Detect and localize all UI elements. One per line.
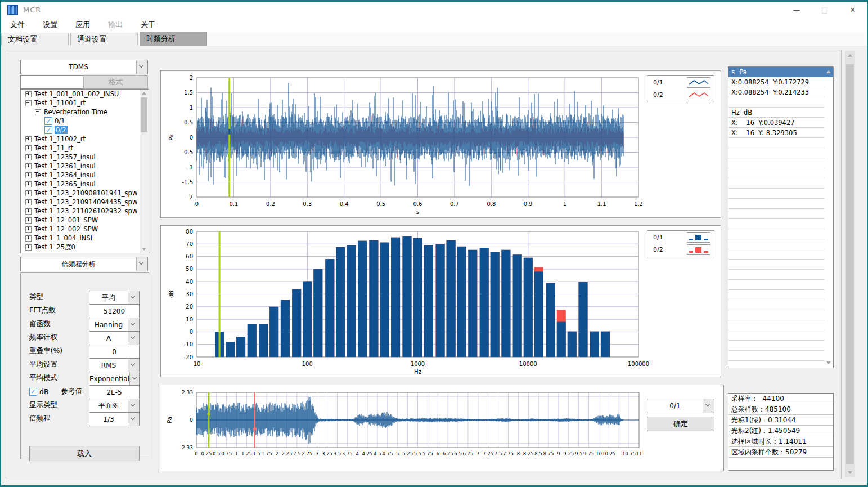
confirm-button[interactable]: 确定: [647, 417, 714, 431]
page-scrollbar[interactable]: [845, 51, 855, 477]
cursor-list-row[interactable]: [728, 229, 824, 239]
scroll-down-icon[interactable]: [142, 248, 146, 251]
page-scroll-thumb[interactable]: [846, 64, 854, 464]
octave-bar[interactable]: [281, 300, 290, 358]
file-format-combo-arrow[interactable]: [136, 60, 147, 74]
scroll-up-icon[interactable]: [826, 70, 831, 73]
octave-bar[interactable]: [347, 245, 356, 358]
cursor-list-row[interactable]: [728, 341, 824, 351]
scroll-up-icon[interactable]: [848, 54, 852, 57]
cursor-list-row[interactable]: [728, 219, 824, 229]
overview-plot[interactable]: 00.250.50.7511.251.51.7522.252.52.7533.2…: [160, 385, 722, 470]
tree-item[interactable]: Test 1_12361_insul: [21, 162, 149, 171]
octave-bar[interactable]: [534, 271, 543, 357]
octave-bar[interactable]: [413, 238, 422, 357]
expand-icon[interactable]: [25, 235, 32, 242]
cursor-list-row[interactable]: X:0.088254 Y:0.172729: [728, 77, 824, 87]
cursor-list-row[interactable]: [728, 209, 824, 219]
octave-bar[interactable]: [491, 252, 500, 357]
maximize-button[interactable]: □: [811, 2, 839, 17]
field-select-arrow[interactable]: [128, 318, 139, 331]
octave-bar[interactable]: [259, 324, 268, 357]
cursor-list-row[interactable]: [728, 249, 824, 260]
octave-bar[interactable]: [236, 337, 245, 357]
scroll-down-icon[interactable]: [826, 361, 831, 364]
expand-icon[interactable]: [25, 199, 32, 205]
menu-item-4[interactable]: 输出: [99, 20, 132, 30]
expand-icon[interactable]: [25, 190, 32, 196]
scroll-down-icon[interactable]: [848, 471, 852, 474]
octave-bar[interactable]: [226, 342, 235, 357]
tree-item[interactable]: Test 1_11002_rt: [21, 135, 149, 144]
octave-bar[interactable]: [590, 332, 599, 357]
tree-item[interactable]: ✓0/1: [21, 117, 149, 126]
tree-scrollbar[interactable]: [140, 90, 149, 253]
field-select-arrow[interactable]: [128, 332, 139, 345]
legend-entry[interactable]: 0/2: [647, 88, 714, 101]
cursor-list-row[interactable]: [728, 97, 824, 108]
cursor-list-row[interactable]: [728, 300, 824, 310]
octave-bar[interactable]: [579, 282, 588, 357]
tree-item[interactable]: Test 1_12_002_SPW: [21, 225, 149, 234]
collapse-icon[interactable]: [25, 100, 32, 106]
db-checkbox[interactable]: ✓: [29, 388, 37, 396]
channel-combo[interactable]: 0/1: [647, 399, 714, 413]
field-select-7[interactable]: Exponential: [89, 372, 140, 386]
cursor-list-row[interactable]: [728, 270, 824, 280]
octave-bar[interactable]: [303, 282, 312, 358]
cursor-list-row[interactable]: [728, 280, 824, 290]
cursor-list-row[interactable]: X: 16 Y:0.039427: [728, 118, 824, 128]
octave-bar[interactable]: [391, 238, 400, 357]
cursor-list-row[interactable]: [728, 361, 824, 368]
octave-plot[interactable]: 1010010001000010000080706050403020100-10…: [161, 226, 719, 376]
octave-bar[interactable]: [513, 254, 522, 357]
menu-item-3[interactable]: 应用: [66, 20, 99, 30]
expand-icon[interactable]: [25, 217, 32, 224]
tree-item[interactable]: Test 1_12364_insul: [21, 171, 149, 180]
tree-item[interactable]: Test 1_12_001_SPW: [21, 216, 149, 225]
expand-icon[interactable]: [25, 91, 32, 97]
field-input-8[interactable]: 2E-5: [89, 385, 140, 399]
collapse-icon[interactable]: [35, 109, 41, 115]
tab-1[interactable]: 文档设置: [1, 33, 69, 46]
cursor-list-row[interactable]: X: 16 Y:-8.329305: [728, 128, 824, 138]
cursor-list-row[interactable]: [728, 148, 824, 158]
octave-bar[interactable]: [501, 250, 510, 357]
filter-input[interactable]: [20, 75, 84, 89]
field-select-arrow[interactable]: [128, 413, 139, 426]
octave-bar[interactable]: [424, 245, 433, 358]
tree-item[interactable]: Test 1_001_001_002_INSU: [21, 90, 149, 99]
cursor-list-row[interactable]: Hz dB: [728, 108, 824, 118]
octave-bar[interactable]: [292, 289, 301, 357]
cursor-list-row[interactable]: [728, 310, 824, 320]
load-button[interactable]: 载入: [29, 446, 140, 461]
octave-bar[interactable]: [546, 283, 555, 357]
octave-bar[interactable]: [568, 332, 577, 357]
field-select-arrow[interactable]: [128, 291, 139, 304]
expand-icon[interactable]: [25, 172, 32, 178]
octave-bar[interactable]: [436, 244, 445, 357]
octave-bar[interactable]: [336, 247, 345, 357]
tree-item[interactable]: Test 1_123_211026102932_spw: [21, 207, 149, 216]
cursor-list-row[interactable]: [728, 239, 824, 249]
octave-bar[interactable]: [524, 258, 533, 357]
octave-bar[interactable]: [457, 247, 466, 357]
octave-bar[interactable]: [269, 307, 278, 357]
tree-item[interactable]: Reverberation Time: [21, 108, 149, 117]
cursor-list-row[interactable]: [728, 330, 824, 341]
expand-icon[interactable]: [25, 145, 32, 151]
expand-icon[interactable]: [25, 154, 32, 160]
tree-item[interactable]: Test 1_123_210914094435_spw: [21, 198, 149, 207]
channel-combo-arrow[interactable]: [703, 399, 714, 413]
analysis-type-combo-arrow[interactable]: [136, 257, 147, 271]
legend-entry[interactable]: 0/1: [647, 76, 714, 88]
menu-item-2[interactable]: 设置: [34, 20, 66, 30]
octave-bar[interactable]: [248, 324, 257, 357]
expand-icon[interactable]: [25, 136, 32, 142]
close-button[interactable]: ✕: [839, 2, 867, 17]
tree-item[interactable]: Test 1_1_004_INSI: [21, 234, 149, 243]
octave-bar[interactable]: [403, 236, 412, 357]
field-select-10[interactable]: 1/3: [89, 412, 140, 426]
octave-bar[interactable]: [480, 248, 489, 357]
expand-icon[interactable]: [25, 226, 32, 233]
